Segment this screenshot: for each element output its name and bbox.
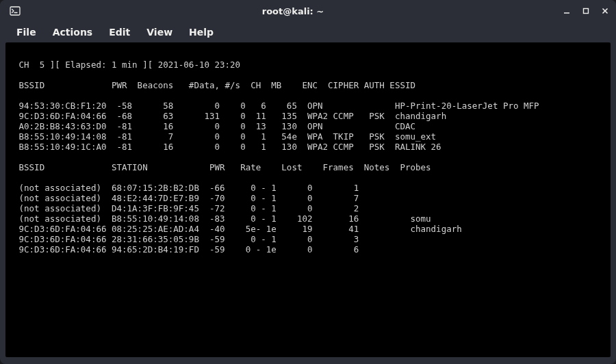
svg-rect-3 [584,9,589,14]
terminal-icon [10,5,21,16]
minimize-icon [563,7,571,15]
menu-file[interactable]: File [10,25,43,40]
menubar: File Actions Edit View Help [0,22,616,42]
terminal-window: root@kali: ~ File Actions Edit View Help… [0,0,616,364]
menu-actions[interactable]: Actions [46,25,100,40]
window-title: root@kali: ~ [25,6,561,16]
svg-rect-0 [10,7,20,15]
menu-edit[interactable]: Edit [102,25,137,40]
close-button[interactable] [600,5,611,16]
close-icon [601,7,609,15]
menu-view[interactable]: View [140,25,179,40]
maximize-button[interactable] [580,5,591,16]
maximize-icon [582,7,590,15]
minimize-button[interactable] [561,5,572,16]
terminal-content[interactable]: CH 5 ][ Elapsed: 1 min ][ 2021-06-10 23:… [5,42,611,357]
titlebar-app-icon [5,5,25,16]
window-controls [561,5,611,16]
titlebar[interactable]: root@kali: ~ [0,0,616,22]
menu-help[interactable]: Help [182,25,220,40]
